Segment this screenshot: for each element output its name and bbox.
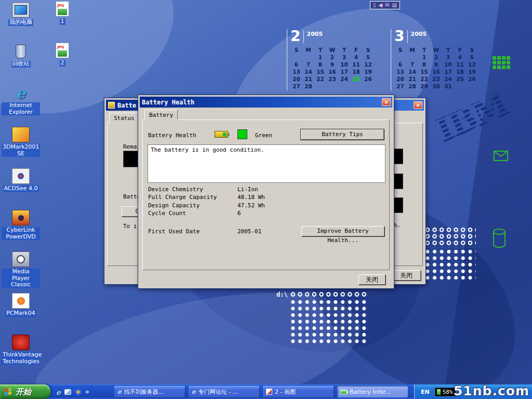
calendar-day-header: S [362,47,374,54]
media-player-icon[interactable] [75,389,82,395]
desktop-icon-recycle-bin[interactable]: 回收站 [1,44,41,85]
task-label: Battery Infor... [350,389,391,395]
field-value: 48.18 Wh [237,194,387,202]
calendar-header: 3 2005 [394,29,479,47]
desktop-icon-powerdvd[interactable]: CyberLink PowerDVD [1,210,41,251]
condition-textbox[interactable]: The battery is in good condition. [148,144,385,183]
tab-status[interactable]: Status [109,113,139,123]
calendar-date: 25 [454,76,466,83]
volume-icon[interactable]: ◀ [379,2,383,9]
close-icon[interactable]: × [414,101,422,109]
close-button[interactable]: 关闭 [392,270,421,281]
calendar-date: 20 [394,76,406,83]
field-row: Full Charge Capacity48.18 Wh [148,194,387,202]
calendar-date: 25 [350,76,362,83]
calendar-date: 18 [350,69,362,76]
close-icon[interactable]: × [382,98,391,106]
taskbar-task-3[interactable]: Battery Infor... [337,386,408,397]
calendar-date: 27 [394,83,406,90]
status-color-swatch [237,129,247,139]
desktop-icon-label: 我的电脑 [8,19,33,26]
calendar-date: 27 [290,83,302,90]
first-used-label: First Used Date [148,228,200,235]
calendar-day-header: T [418,47,430,54]
calendar-date: 7 [406,61,418,69]
ie-icon [117,388,122,395]
calendar-separator [407,30,408,43]
quick-toolbar[interactable]: ▯◀✉▤ [370,1,400,9]
language-indicator[interactable]: EN [421,389,430,395]
field-row: Design Capacity47.52 Wh [148,202,387,210]
field-label: Full Charge Capacity [148,194,237,202]
tray-battery-meter[interactable]: 58% [435,388,456,396]
desktop-icon-label: 1 [60,18,65,25]
show-desktop-icon[interactable] [64,389,71,395]
calendar-day-header: F [350,47,362,54]
battery-health-dialog[interactable]: Battery Health × Battery Battery Health … [138,95,394,289]
calendar-header: 2 2005 [290,29,375,47]
chevron-icon[interactable]: » [85,388,89,395]
calendar-date: 7 [302,61,314,69]
desktop-icon-thinkvantage[interactable]: ThinkVantage Technologies [1,335,41,376]
quick-launch-bar[interactable]: » [53,384,112,399]
ie-icon [12,85,30,101]
task-label: 2 - 画图 [275,388,296,396]
calendar-separator [303,30,304,43]
desktop-icon-jpg[interactable]: JPG1 [48,1,77,43]
taskbar-task-0[interactable]: 找不到服务器... [114,386,185,397]
calendar-date: 22 [314,76,326,83]
desktop-icon-label: Media Player Classic [2,269,40,288]
calendar-day-header: S [290,47,302,54]
desktop-icon-jpg[interactable]: JPG2 [48,43,77,84]
desktop-icon-my-computer[interactable]: 我的电脑 [1,2,41,44]
calendar-date: 31 [442,83,454,90]
keyboard-icon[interactable]: ▤ [392,2,397,9]
calendar-date: 13 [394,69,406,76]
desktop-icon-threedmark[interactable]: 3DMark2001 SE [1,127,41,168]
calendar-day-header: T [442,47,454,54]
desktop-icon-ie[interactable]: Internet Explorer [1,85,41,127]
dialog-titlebar[interactable]: Battery Health × [140,97,392,108]
ie-icon [192,388,196,395]
calendar-date: 30 [430,83,442,90]
calendar-date: 16 [326,69,338,76]
recycle-bin-icon [12,44,30,59]
desktop-icon-mpc[interactable]: Media Player Classic [1,251,41,293]
task-label: 专门网论坛 - ... [198,388,238,396]
tab-battery[interactable]: Battery [144,110,178,120]
taskbar-task-2[interactable]: 2 - 画图 [263,386,334,397]
calendar-date: 29 [418,83,430,90]
calendar-date: 3 [442,54,454,61]
watermark: 51nb.com [454,383,529,398]
calendar-date: 19 [466,69,478,76]
calendar-date: 21 [302,76,314,83]
task-label: 找不到服务器... [124,388,164,396]
threedmark-icon [12,127,30,142]
calendar-date: 3 [338,54,350,61]
calendar-date: 9 [326,61,338,69]
pcmark-icon [12,293,30,309]
calendar-date [466,83,478,90]
calendar-date: 2 [430,54,442,61]
my-computer-icon [12,2,30,18]
calendar-day-header: M [406,47,418,54]
desktop-icon-pcmark[interactable]: PCMark04 [1,293,41,335]
ibm-logo: IBM [431,85,513,150]
battery-tips-button[interactable]: Battery Tips [301,129,384,140]
status-text: Green [255,132,272,139]
mail-icon[interactable]: ✉ [385,2,389,9]
calendar-date: 4 [454,54,466,61]
improve-battery-health-button[interactable]: Improve Battery Health... [301,226,384,236]
close-button[interactable]: 关闭 [358,274,385,285]
calendar-date: 10 [338,61,350,69]
calendar-date: 15 [314,69,326,76]
display-icon[interactable]: ▯ [373,2,376,9]
start-button[interactable]: 开始 [0,384,50,399]
health-status-row: Battery Health Green Battery Tips [143,129,389,141]
taskbar-task-1[interactable]: 专门网论坛 - ... [189,386,259,397]
desktop-icon-label: Internet Explorer [2,102,40,115]
ie-icon[interactable] [56,387,61,397]
calendar-day-header: F [454,47,466,54]
calendar-date: 6 [290,61,302,69]
desktop-icon-acdsee[interactable]: ACDSee 4.0 [1,168,41,210]
